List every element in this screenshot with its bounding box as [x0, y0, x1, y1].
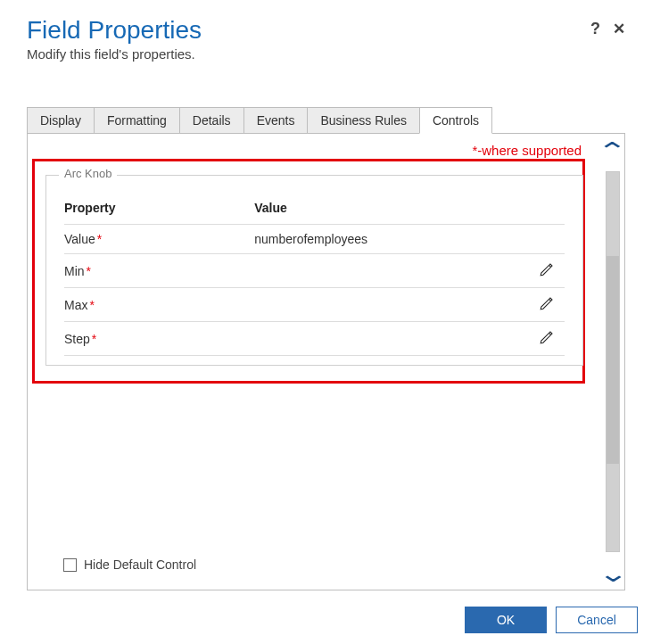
ok-button[interactable]: OK: [465, 607, 547, 633]
dialog-footer: OK Cancel: [465, 607, 638, 633]
prop-name-cell: Min*: [64, 264, 254, 278]
close-icon[interactable]: ✕: [613, 20, 625, 38]
prop-label: Value: [64, 232, 95, 246]
pencil-icon: [539, 329, 555, 348]
edit-max-button[interactable]: [529, 295, 565, 314]
hide-default-checkbox[interactable]: [63, 558, 77, 572]
tab-business-rules[interactable]: Business Rules: [307, 107, 420, 134]
group-label: Arc Knob: [59, 167, 117, 180]
arc-knob-groupbox: Arc Knob Property Value Value* numberofe…: [45, 175, 583, 366]
header-actions: ? ✕: [590, 16, 625, 38]
prop-name-cell: Value*: [64, 232, 254, 246]
title-block: Field Properties Modify this field's pro…: [27, 16, 202, 62]
cancel-button[interactable]: Cancel: [556, 607, 638, 633]
tab-bar: Display Formatting Details Events Busine…: [27, 106, 625, 134]
scroll-up-icon[interactable]: ⌃: [597, 139, 628, 162]
tab-display[interactable]: Display: [27, 107, 95, 134]
scroll-down-icon[interactable]: ⌃: [597, 561, 628, 584]
content-panel: *-where supported Arc Knob Property Valu…: [28, 134, 601, 590]
scrollbar[interactable]: ⌃ ⌃: [601, 134, 624, 590]
where-supported-note: *-where supported: [472, 143, 582, 158]
help-icon[interactable]: ?: [590, 20, 600, 38]
table-row: Min*: [64, 253, 565, 287]
property-table-header: Property Value: [64, 195, 565, 224]
edit-min-button[interactable]: [529, 261, 565, 280]
tab-details[interactable]: Details: [179, 107, 244, 134]
pencil-icon: [539, 295, 555, 314]
content-wrap: *-where supported Arc Knob Property Valu…: [27, 134, 625, 590]
hide-default-control-row: Hide Default Control: [63, 557, 196, 572]
tab-controls[interactable]: Controls: [419, 107, 492, 134]
required-marker: *: [97, 232, 102, 246]
dialog-subtitle: Modify this field's properties.: [27, 46, 202, 62]
prop-value-cell: numberofemployees: [254, 232, 529, 246]
header-actions-col: [529, 201, 565, 215]
prop-label: Min: [64, 264, 85, 278]
required-marker: *: [89, 298, 94, 312]
prop-label: Max: [64, 298, 87, 312]
table-row: Value* numberofemployees: [64, 224, 565, 253]
header-property: Property: [64, 201, 254, 215]
dialog-title: Field Properties: [27, 16, 202, 45]
scroll-track[interactable]: [606, 171, 620, 552]
required-marker: *: [87, 264, 91, 278]
tab-formatting[interactable]: Formatting: [94, 107, 180, 134]
arc-knob-group: Arc Knob Property Value Value* numberofe…: [45, 175, 583, 366]
edit-step-button[interactable]: [529, 329, 565, 348]
header-value: Value: [254, 201, 529, 215]
hide-default-label: Hide Default Control: [84, 557, 196, 572]
prop-name-cell: Step*: [64, 332, 254, 346]
tabs-container: Display Formatting Details Events Busine…: [27, 106, 625, 590]
prop-name-cell: Max*: [64, 298, 254, 312]
prop-label: Step: [64, 332, 90, 346]
table-row: Max*: [64, 287, 565, 321]
tab-events[interactable]: Events: [243, 107, 309, 134]
required-marker: *: [92, 332, 96, 346]
dialog-header: Field Properties Modify this field's pro…: [27, 16, 625, 62]
field-properties-dialog: Field Properties Modify this field's pro…: [0, 0, 652, 590]
scroll-thumb[interactable]: [607, 256, 619, 465]
table-row: Step*: [64, 321, 565, 356]
pencil-icon: [539, 261, 555, 280]
